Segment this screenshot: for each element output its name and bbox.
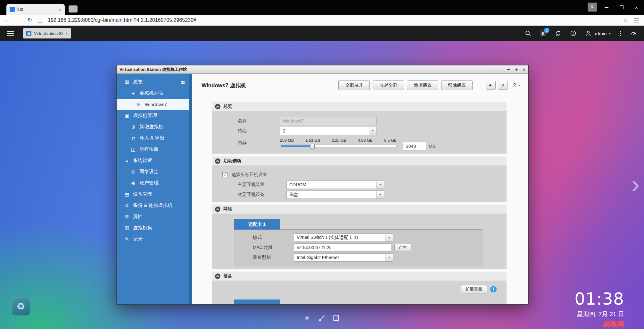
memory-unit-label: MB — [429, 144, 435, 149]
chevron-down-icon[interactable] — [385, 234, 393, 241]
chevron-down-icon[interactable] — [376, 181, 384, 189]
more-options-icon[interactable] — [619, 30, 621, 37]
manual-book-icon[interactable] — [332, 314, 340, 324]
cores-select[interactable]: 2 — [280, 127, 377, 135]
sidebar-item-vm-collection[interactable]: ▥ 虚拟机集 — [117, 222, 189, 233]
address-bar[interactable]: 192.168.1.229:8080/cgi-bin/main.html?4.2… — [48, 17, 196, 23]
collapse-icon[interactable] — [215, 104, 220, 109]
vs-window-titlebar[interactable]: Virtualization Station 虚拟机工作站 — [117, 65, 528, 74]
notifications-icon[interactable]: 2 — [540, 30, 546, 37]
resource-monitor-icon[interactable] — [630, 30, 637, 37]
memory-scale: 256 MB 1.63 GB 3.25 GB 4.88 GB 6.5 GB — [280, 138, 397, 143]
user-menu[interactable]: admin — [585, 30, 611, 37]
snapshot-icon: ◫ — [130, 147, 136, 152]
sidebar-item-snapshots[interactable]: ◫ 所有快照 — [117, 144, 189, 155]
sidebar-item-backup-restore[interactable]: ↺ 备份 & 还原虚拟机 — [117, 200, 189, 211]
memory-slider-thumb[interactable] — [310, 144, 315, 149]
collapse-icon[interactable] — [215, 158, 220, 164]
sidebar-item-network-settings[interactable]: ◎ 网络设定 — [117, 166, 189, 177]
recycle-bin[interactable] — [12, 297, 30, 316]
sidebar-item-logs[interactable]: ✎ 记录 — [117, 233, 189, 245]
info-icon[interactable] — [570, 30, 576, 37]
sidebar-item-create-vm[interactable]: ⊕ 新增虚拟机 — [117, 121, 189, 132]
memory-slider[interactable] — [280, 145, 397, 148]
browser-menu-icon[interactable] — [634, 18, 639, 22]
page-icon[interactable] — [38, 18, 42, 23]
tab-close-icon[interactable] — [59, 7, 62, 12]
sidebar-item-vm-list[interactable]: + 虚拟机列表 — [117, 88, 189, 99]
vs-minimize-icon[interactable] — [507, 69, 510, 70]
select-all-boot-checkbox[interactable] — [222, 172, 227, 177]
expand-capacity-button[interactable]: 扩展容量 — [461, 285, 487, 293]
vm-user-menu[interactable] — [512, 82, 521, 88]
primary-boot-select[interactable]: CDROM — [286, 181, 384, 189]
layout-grid-icon[interactable] — [181, 80, 185, 85]
user-name: admin — [594, 31, 607, 36]
properties-icon: ≣ — [124, 214, 130, 220]
secondary-boot-select[interactable]: 磁盘 — [286, 190, 384, 199]
expand-all-button[interactable]: 全部展开 — [338, 80, 370, 90]
vs-maximize-icon[interactable] — [515, 67, 518, 72]
speaker-icon[interactable] — [486, 81, 496, 90]
sidebar-item-overview[interactable]: ▦ 总览 — [117, 76, 189, 88]
main-menu-icon[interactable] — [7, 31, 14, 36]
disk-1-tab[interactable] — [234, 299, 280, 304]
forward-icon[interactable] — [16, 17, 22, 23]
browser-tab[interactable]: luo — [6, 4, 65, 15]
device-type-select[interactable]: Intel Gigabit Ethernet — [294, 253, 393, 262]
section-boot-options: 启动选项 选择所有开机设备 主要开机装置 CDROM — [212, 156, 507, 202]
disk-section-header[interactable]: 硬盘 — [212, 272, 507, 281]
search-icon[interactable] — [525, 30, 531, 37]
vs-window-title: Virtualization Station 虚拟机工作站 — [120, 67, 187, 72]
watermark-logo: 易视网 — [574, 319, 624, 329]
info-icon[interactable] — [490, 286, 497, 292]
memory-value-field[interactable]: 2048 — [403, 142, 426, 150]
app-tab-virtualization-station[interactable]: Virtualization St... — [23, 28, 71, 38]
maximize-button[interactable] — [614, 0, 629, 15]
chevron-down-icon[interactable] — [385, 254, 393, 261]
back-icon[interactable] — [5, 17, 11, 23]
adapter-1-tab[interactable]: 适配卡 1 — [234, 219, 280, 230]
account-icon: ◉ — [130, 180, 136, 186]
app-tab-close-icon[interactable] — [65, 31, 68, 36]
collapse-icon[interactable] — [215, 207, 220, 212]
sidebar-item-import-export[interactable]: ⇄ 导入 & 导出 — [117, 132, 189, 144]
remove-device-button[interactable]: 移除装置 — [441, 80, 473, 90]
vs-close-icon[interactable] — [523, 67, 525, 72]
collapse-icon[interactable] — [215, 274, 220, 279]
bookmark-star-icon[interactable] — [623, 17, 628, 24]
device-type-label: 装置型别 — [253, 255, 294, 260]
help-icon[interactable] — [498, 81, 508, 90]
collapse-all-button[interactable]: 收起全部 — [373, 80, 404, 90]
chevron-down-icon[interactable] — [369, 127, 376, 135]
network-section-header[interactable]: 网络 — [212, 205, 507, 214]
add-device-button[interactable]: 新增装置 — [407, 80, 438, 90]
chevron-down-icon[interactable] — [376, 191, 384, 198]
next-page-chevron-icon[interactable] — [632, 172, 640, 196]
tools-icon[interactable] — [317, 314, 326, 324]
collection-icon: ▥ — [124, 225, 130, 231]
virtualization-station-icon — [26, 31, 31, 36]
sidebar-scrollbar[interactable] — [189, 74, 192, 304]
cloud-link-icon[interactable] — [302, 314, 311, 324]
virtualization-station-window: Virtualization Station 虚拟机工作站 ▦ 总览 + 虚拟机… — [116, 65, 529, 305]
new-tab-button[interactable] — [69, 5, 78, 13]
minimize-button[interactable] — [599, 0, 614, 15]
background-tasks-icon[interactable] — [555, 30, 561, 37]
generate-mac-button[interactable]: 产生 — [394, 244, 411, 251]
sidebar-item-windows7[interactable]: ⊞ Windows7 — [117, 99, 189, 110]
window-titlebar: luo — [0, 0, 644, 15]
cores-label: 核心 — [238, 128, 280, 134]
sidebar-item-account-management[interactable]: ◉ 账户管理 — [117, 177, 189, 189]
boot-section-header[interactable]: 启动选项 — [212, 156, 507, 165]
sidebar-item-properties[interactable]: ≣ 属性 — [117, 211, 189, 222]
overview-section-header[interactable]: 总览 — [212, 102, 507, 111]
network-mode-select[interactable]: Virtual Switch 1 (实体适配卡 1) — [294, 233, 393, 242]
sidebar-item-system-settings[interactable]: ≡ 系统设置 — [117, 155, 189, 166]
sidebar-item-device-management[interactable]: ▤ 设备管理 — [117, 189, 189, 200]
reload-icon[interactable] — [28, 17, 32, 23]
mac-address-field[interactable]: 52:54:00:07:f1:2c — [294, 243, 391, 252]
sidebar-item-vm-management[interactable]: ▣ 虚拟机管理 — [117, 110, 189, 121]
close-button[interactable] — [629, 0, 644, 15]
profile-icon[interactable] — [588, 3, 597, 12]
